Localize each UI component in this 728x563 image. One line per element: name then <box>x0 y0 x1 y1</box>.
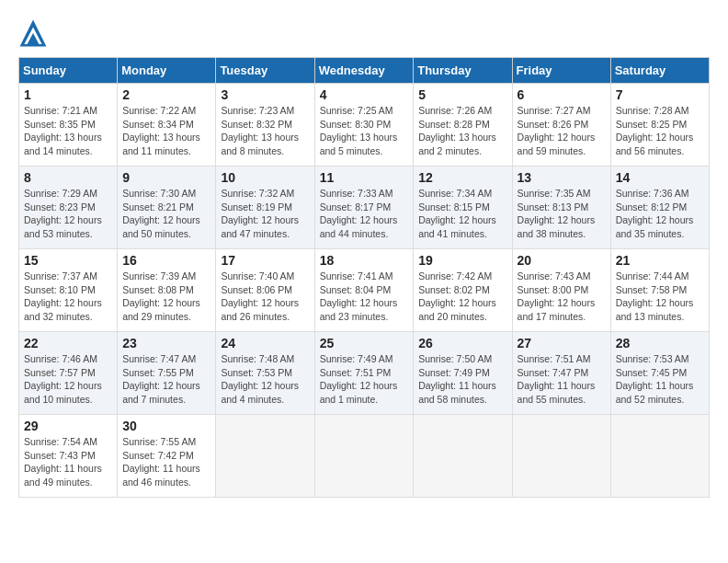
day-info: Sunrise: 7:30 AMSunset: 8:21 PMDaylight:… <box>122 187 210 241</box>
day-number: 10 <box>221 170 309 185</box>
calendar-cell: 7Sunrise: 7:28 AMSunset: 8:25 PMDaylight… <box>610 84 709 167</box>
calendar-cell: 25Sunrise: 7:49 AMSunset: 7:51 PMDayligh… <box>314 332 414 415</box>
day-number: 17 <box>221 253 309 268</box>
day-info: Sunrise: 7:53 AMSunset: 7:45 PMDaylight:… <box>616 352 704 407</box>
day-number: 15 <box>24 253 112 268</box>
day-number: 3 <box>221 87 309 102</box>
calendar-cell: 6Sunrise: 7:27 AMSunset: 8:26 PMDaylight… <box>512 84 610 167</box>
calendar-cell: 21Sunrise: 7:44 AMSunset: 7:58 PMDayligh… <box>610 249 709 332</box>
calendar-cell: 15Sunrise: 7:37 AMSunset: 8:10 PMDayligh… <box>19 249 118 332</box>
header-wednesday: Wednesday <box>314 58 414 84</box>
header-saturday: Saturday <box>610 58 709 84</box>
calendar-cell: 14Sunrise: 7:36 AMSunset: 8:12 PMDayligh… <box>610 167 709 249</box>
day-info: Sunrise: 7:41 AMSunset: 8:04 PMDaylight:… <box>320 270 409 324</box>
calendar-cell <box>216 415 314 498</box>
calendar-cell: 1Sunrise: 7:21 AMSunset: 8:35 PMDaylight… <box>19 84 118 167</box>
calendar-cell: 30Sunrise: 7:55 AMSunset: 7:42 PMDayligh… <box>118 415 216 498</box>
calendar-header-row: SundayMondayTuesdayWednesdayThursdayFrid… <box>19 58 710 84</box>
day-number: 13 <box>518 170 606 185</box>
calendar-cell: 8Sunrise: 7:29 AMSunset: 8:23 PMDaylight… <box>19 167 118 249</box>
day-number: 22 <box>24 336 112 350</box>
day-number: 30 <box>122 419 210 433</box>
calendar-cell <box>314 415 414 498</box>
calendar-cell: 17Sunrise: 7:40 AMSunset: 8:06 PMDayligh… <box>216 249 314 332</box>
day-info: Sunrise: 7:55 AMSunset: 7:42 PMDaylight:… <box>122 435 210 489</box>
day-info: Sunrise: 7:37 AMSunset: 8:10 PMDaylight:… <box>24 270 112 324</box>
calendar-cell: 10Sunrise: 7:32 AMSunset: 8:19 PMDayligh… <box>216 167 314 249</box>
day-info: Sunrise: 7:54 AMSunset: 7:43 PMDaylight:… <box>24 435 112 489</box>
calendar-cell: 20Sunrise: 7:43 AMSunset: 8:00 PMDayligh… <box>512 249 610 332</box>
day-info: Sunrise: 7:43 AMSunset: 8:00 PMDaylight:… <box>518 270 606 324</box>
calendar-week-row: 15Sunrise: 7:37 AMSunset: 8:10 PMDayligh… <box>19 249 710 332</box>
header-friday: Friday <box>512 58 610 84</box>
calendar-cell: 27Sunrise: 7:51 AMSunset: 7:47 PMDayligh… <box>512 332 610 415</box>
day-info: Sunrise: 7:21 AMSunset: 8:35 PMDaylight:… <box>24 104 112 158</box>
day-number: 23 <box>122 336 210 350</box>
day-info: Sunrise: 7:23 AMSunset: 8:32 PMDaylight:… <box>221 104 309 158</box>
calendar-cell: 23Sunrise: 7:47 AMSunset: 7:55 PMDayligh… <box>118 332 216 415</box>
day-info: Sunrise: 7:26 AMSunset: 8:28 PMDaylight:… <box>418 104 506 158</box>
day-info: Sunrise: 7:51 AMSunset: 7:47 PMDaylight:… <box>518 352 606 407</box>
calendar-cell: 11Sunrise: 7:33 AMSunset: 8:17 PMDayligh… <box>314 167 414 249</box>
day-info: Sunrise: 7:40 AMSunset: 8:06 PMDaylight:… <box>221 270 309 324</box>
day-number: 29 <box>24 419 112 433</box>
day-number: 28 <box>616 336 704 350</box>
day-info: Sunrise: 7:33 AMSunset: 8:17 PMDaylight:… <box>320 187 409 241</box>
day-number: 2 <box>122 87 210 102</box>
calendar-cell: 24Sunrise: 7:48 AMSunset: 7:53 PMDayligh… <box>216 332 314 415</box>
day-info: Sunrise: 7:50 AMSunset: 7:49 PMDaylight:… <box>418 352 506 407</box>
day-number: 19 <box>418 253 506 268</box>
day-info: Sunrise: 7:27 AMSunset: 8:26 PMDaylight:… <box>518 104 606 158</box>
day-info: Sunrise: 7:44 AMSunset: 7:58 PMDaylight:… <box>616 270 704 324</box>
calendar-cell: 19Sunrise: 7:42 AMSunset: 8:02 PMDayligh… <box>414 249 512 332</box>
day-number: 27 <box>518 336 606 350</box>
day-info: Sunrise: 7:42 AMSunset: 8:02 PMDaylight:… <box>418 270 506 324</box>
day-number: 4 <box>320 87 409 102</box>
day-info: Sunrise: 7:34 AMSunset: 8:15 PMDaylight:… <box>418 187 506 241</box>
calendar-cell: 18Sunrise: 7:41 AMSunset: 8:04 PMDayligh… <box>314 249 414 332</box>
calendar-cell: 9Sunrise: 7:30 AMSunset: 8:21 PMDaylight… <box>118 167 216 249</box>
logo <box>18 18 53 48</box>
calendar-week-row: 8Sunrise: 7:29 AMSunset: 8:23 PMDaylight… <box>19 167 710 249</box>
day-info: Sunrise: 7:22 AMSunset: 8:34 PMDaylight:… <box>122 104 210 158</box>
day-number: 1 <box>24 87 112 102</box>
day-number: 25 <box>320 336 409 350</box>
day-number: 5 <box>418 87 506 102</box>
day-info: Sunrise: 7:48 AMSunset: 7:53 PMDaylight:… <box>221 352 309 407</box>
header-tuesday: Tuesday <box>216 58 314 84</box>
calendar-cell: 16Sunrise: 7:39 AMSunset: 8:08 PMDayligh… <box>118 249 216 332</box>
logo-icon <box>18 18 48 48</box>
day-info: Sunrise: 7:47 AMSunset: 7:55 PMDaylight:… <box>122 352 210 407</box>
calendar-week-row: 22Sunrise: 7:46 AMSunset: 7:57 PMDayligh… <box>19 332 710 415</box>
calendar-cell <box>414 415 512 498</box>
header-thursday: Thursday <box>414 58 512 84</box>
calendar-cell <box>512 415 610 498</box>
calendar-cell: 13Sunrise: 7:35 AMSunset: 8:13 PMDayligh… <box>512 167 610 249</box>
header-monday: Monday <box>118 58 216 84</box>
day-number: 12 <box>418 170 506 185</box>
calendar-cell: 2Sunrise: 7:22 AMSunset: 8:34 PMDaylight… <box>118 84 216 167</box>
calendar-cell: 4Sunrise: 7:25 AMSunset: 8:30 PMDaylight… <box>314 84 414 167</box>
day-number: 9 <box>122 170 210 185</box>
day-info: Sunrise: 7:25 AMSunset: 8:30 PMDaylight:… <box>320 104 409 158</box>
day-number: 16 <box>122 253 210 268</box>
calendar-table: SundayMondayTuesdayWednesdayThursdayFrid… <box>18 57 710 498</box>
day-number: 18 <box>320 253 409 268</box>
day-info: Sunrise: 7:36 AMSunset: 8:12 PMDaylight:… <box>616 187 704 241</box>
day-number: 8 <box>24 170 112 185</box>
calendar-cell: 22Sunrise: 7:46 AMSunset: 7:57 PMDayligh… <box>19 332 118 415</box>
page-header <box>18 18 710 48</box>
calendar-cell <box>610 415 709 498</box>
day-info: Sunrise: 7:49 AMSunset: 7:51 PMDaylight:… <box>320 352 409 407</box>
calendar-week-row: 1Sunrise: 7:21 AMSunset: 8:35 PMDaylight… <box>19 84 710 167</box>
calendar-cell: 29Sunrise: 7:54 AMSunset: 7:43 PMDayligh… <box>19 415 118 498</box>
day-info: Sunrise: 7:29 AMSunset: 8:23 PMDaylight:… <box>24 187 112 241</box>
day-number: 11 <box>320 170 409 185</box>
calendar-week-row: 29Sunrise: 7:54 AMSunset: 7:43 PMDayligh… <box>19 415 710 498</box>
day-info: Sunrise: 7:32 AMSunset: 8:19 PMDaylight:… <box>221 187 309 241</box>
calendar-cell: 28Sunrise: 7:53 AMSunset: 7:45 PMDayligh… <box>610 332 709 415</box>
day-number: 6 <box>518 87 606 102</box>
calendar-cell: 3Sunrise: 7:23 AMSunset: 8:32 PMDaylight… <box>216 84 314 167</box>
day-number: 7 <box>616 87 704 102</box>
day-number: 14 <box>616 170 704 185</box>
